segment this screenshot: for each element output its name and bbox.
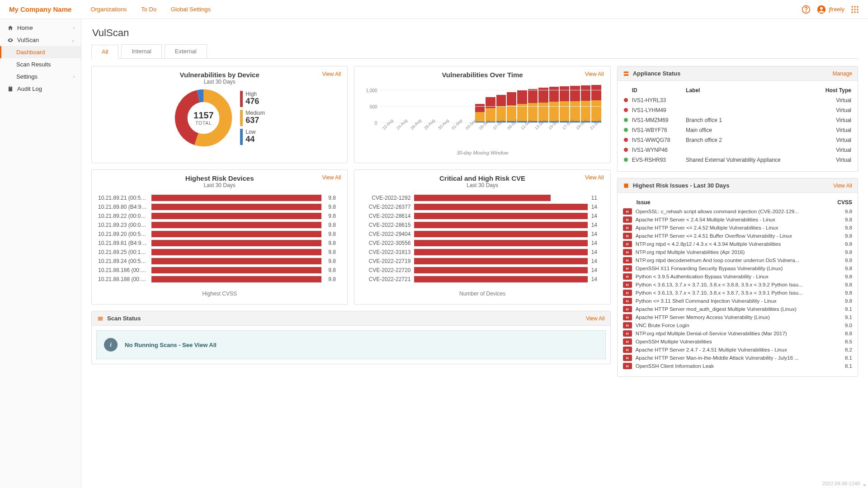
sidebar-sub-dashboard[interactable]: Dashboard <box>0 46 81 58</box>
issue-text: Apache HTTP Server 2.4.7 - 2.4.51 Multip… <box>636 347 828 352</box>
sidebar-item-audit-log[interactable]: Audit Log <box>0 83 81 95</box>
hbar-label: CVE-2022-22721 <box>361 276 410 282</box>
issue-row[interactable]: H Apache HTTP Server 2.4.7 - 2.4.51 Mult… <box>623 346 852 354</box>
hbar-value: 9.8 <box>328 213 341 219</box>
table-row[interactable]: IVS1-WYNP46 Virtual <box>623 145 852 155</box>
tab-external[interactable]: External <box>165 44 207 58</box>
hbar-label: 10.21.88.188 (00:50:... <box>98 276 148 282</box>
severity-badge-icon: H <box>623 338 632 345</box>
tab-all[interactable]: All <box>91 45 118 59</box>
hbar-label: CVE-2022-22719 <box>361 258 410 264</box>
hbar-row[interactable]: CVE-2022-22719 14 <box>361 258 604 264</box>
severity-badge-icon: H <box>623 225 632 231</box>
sidebar-item-home[interactable]: Home › <box>0 22 81 34</box>
status-dot-icon <box>624 148 628 152</box>
cell-label <box>685 95 815 105</box>
hbar-row[interactable]: CVE-2022-28615 14 <box>361 222 604 228</box>
issue-row[interactable]: H Apache HTTP Server <= 2.4.52 Multiple … <box>623 224 852 232</box>
cell-label: Branch office 1 <box>685 115 815 125</box>
table-row[interactable]: IVS1-WBYF76 Main office Virtual <box>623 125 852 135</box>
hbar-row[interactable]: CVE-2022-1292 11 <box>361 195 604 201</box>
view-all-link[interactable]: View All <box>585 71 604 77</box>
hbar-row[interactable]: 10.21.88.188 (00:50:... 9.8 <box>98 276 341 282</box>
view-all-link[interactable]: View All <box>585 174 604 181</box>
scroll-down-icon[interactable]: ⌄ <box>862 480 867 487</box>
hbar-row[interactable]: CVE-2022-30556 14 <box>361 240 604 246</box>
manage-link[interactable]: Manage <box>833 70 852 77</box>
apps-grid-icon[interactable] <box>851 5 859 14</box>
issue-row[interactable]: H NTP.org ntpd decodenetnum And loop cou… <box>623 256 852 264</box>
severity-badge-icon: H <box>623 330 632 337</box>
issue-row[interactable]: H NTP.org ntpd Multiple Vulnerabilities … <box>623 248 852 256</box>
issue-row[interactable]: H OpenSSL: c_rehash script allows comman… <box>623 207 852 216</box>
donut-legend: High476 Medium637 Low44 <box>240 91 265 145</box>
view-all-link[interactable]: View All <box>833 183 852 189</box>
hbar-row[interactable]: 10.21.89.22 (00:0C:2... 9.8 <box>98 213 341 219</box>
donut-total: 1157 <box>193 110 214 121</box>
hbar-label: CVE-2022-28614 <box>361 213 410 219</box>
hbar-row[interactable]: 10.21.89.24 (00:50:5... 9.8 <box>98 258 341 264</box>
hbar-value: 9.8 <box>328 231 341 237</box>
cell-id: IVS1-MMZM69 <box>631 115 685 125</box>
issue-row[interactable]: H Python <= 3.11 Shell Command Injection… <box>623 297 852 305</box>
hbar-row[interactable]: 10.21.89.81 (B4:96:9... 9.8 <box>98 240 341 246</box>
tab-internal[interactable]: Internal <box>121 44 161 58</box>
issue-row[interactable]: H Apache HTTP Server mod_auth_digest Mul… <box>623 305 852 313</box>
issue-score: 9.8 <box>831 217 852 222</box>
scan-status-box: i No Running Scans - See View All <box>96 330 606 359</box>
card-title: Critical and High Risk CVE <box>361 174 604 182</box>
svg-rect-14 <box>9 86 12 87</box>
table-row[interactable]: IVS1-MMZM69 Branch office 1 Virtual <box>623 115 852 125</box>
hbar-row[interactable]: CVE-2022-31813 14 <box>361 249 604 255</box>
hbar-row[interactable]: CVE-2022-29404 14 <box>361 231 604 237</box>
issue-row[interactable]: H OpenSSH X11 Forwarding Security Bypass… <box>623 264 852 272</box>
issue-row[interactable]: H OpenSSH Multiple Vulnerabilities 8.5 <box>623 338 852 346</box>
hbar-row[interactable]: CVE-2022-22720 14 <box>361 267 604 273</box>
card-title: Vulnerabilities by Device <box>98 71 341 79</box>
svg-rect-9 <box>857 9 859 10</box>
issue-row[interactable]: H OpenSSH Client Information Leak 8.1 <box>623 362 852 370</box>
issue-row[interactable]: H Apache HTTP Server < 2.4.54 Multiple V… <box>623 216 852 224</box>
hbar-row[interactable]: 10.21.89.25 (00:15:5... 9.8 <box>98 249 341 255</box>
view-all-link[interactable]: View All <box>322 174 341 181</box>
issue-row[interactable]: H Python < 3.6.13, 3.7.x < 3.7.10, 3.8.x… <box>623 281 852 289</box>
table-row[interactable]: IVS1-WWQG78 Branch office 2 Virtual <box>623 135 852 145</box>
hbar-row[interactable]: CVE-2022-28614 14 <box>361 213 604 219</box>
issue-text: Apache HTTP Server <= 2.4.52 Multiple Vu… <box>636 225 828 230</box>
help-icon[interactable] <box>802 5 811 14</box>
issue-row[interactable]: H NTP.org ntpd < 4.2.8p12 / 4.3.x < 4.3.… <box>623 240 852 248</box>
view-all-link[interactable]: View All <box>586 315 605 322</box>
hbar-row[interactable]: CVE-2022-22721 14 <box>361 276 604 282</box>
issue-score: 9.1 <box>831 314 852 320</box>
view-all-link[interactable]: View All <box>322 71 341 77</box>
table-row[interactable]: IVS1-LYHM49 Virtual <box>623 105 852 115</box>
issue-row[interactable]: H NTP.org ntpd Multiple Denial-of-Servic… <box>623 329 852 338</box>
issue-row[interactable]: H Python < 3.9.5 Authentication Bypass V… <box>623 272 852 281</box>
table-row[interactable]: IVS1-HYRL33 Virtual <box>623 95 852 105</box>
user-menu[interactable]: jfreely <box>817 5 844 14</box>
issue-row[interactable]: H Apache HTTP Server Memory Access Vulne… <box>623 313 852 321</box>
sidebar-sub-scan-results[interactable]: Scan Results <box>0 58 81 70</box>
issue-row[interactable]: H Python < 3.6.13, 3.7.x < 3.7.10, 3.8.x… <box>623 289 852 297</box>
hbar-row[interactable]: CVE-2022-26377 14 <box>361 204 604 210</box>
table-row[interactable]: EVS-RSHR93 Shared External Vulnerability… <box>623 155 852 165</box>
svg-rect-12 <box>857 11 859 13</box>
sidebar-sub-settings[interactable]: Settings › <box>0 70 81 83</box>
content[interactable]: VulScan All Internal External Vulnerabil… <box>81 19 868 488</box>
brand-logo[interactable]: My Company Name <box>9 5 71 13</box>
issue-score: 9.8 <box>831 274 852 279</box>
hbar-row[interactable]: 10.21.89.23 (00:0C:2... 9.8 <box>98 222 341 228</box>
issue-row[interactable]: H Apache HTTP Server <= 2.4.51 Buffer Ov… <box>623 232 852 240</box>
hbar-row[interactable]: 10.21.89.21 (00:50:5... 9.8 <box>98 195 341 201</box>
hbar-row[interactable]: 10.21.88.186 (00:50:... 9.8 <box>98 267 341 273</box>
issue-row[interactable]: H VNC Brute Force Login 9.0 <box>623 321 852 329</box>
cell-label: Branch office 2 <box>685 135 815 145</box>
hbar-row[interactable]: 10.21.89.80 (B4:96:9... 9.8 <box>98 204 341 210</box>
sidebar-item-vulscan[interactable]: VulScan ⌄ <box>0 34 81 46</box>
nav-todo[interactable]: To Do <box>141 6 156 13</box>
issue-row[interactable]: H Apache HTTP Server Man-in-the-Middle A… <box>623 354 852 362</box>
hbar-row[interactable]: 10.21.89.20 (00:50:5... 9.8 <box>98 231 341 237</box>
nav-global-settings[interactable]: Global Settings <box>171 6 211 13</box>
nav-organizations[interactable]: Organizations <box>90 6 127 13</box>
scan-icon <box>97 315 104 322</box>
